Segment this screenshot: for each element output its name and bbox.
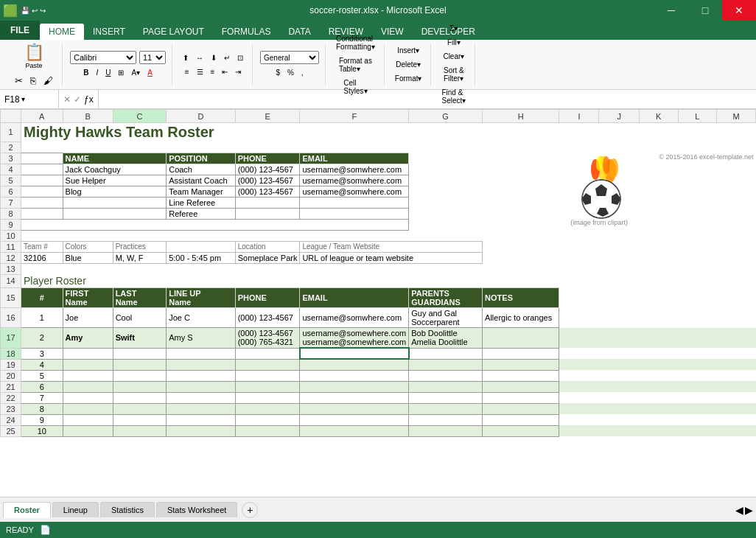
align-right-btn[interactable]: ≡ bbox=[208, 66, 218, 77]
fill-btn[interactable]: Fill▾ bbox=[444, 37, 463, 48]
staff-email-4[interactable] bbox=[300, 197, 409, 208]
player-notes-4[interactable] bbox=[483, 359, 559, 370]
underline-btn[interactable]: U bbox=[102, 67, 113, 78]
format-cells-btn[interactable]: Format▾ bbox=[392, 73, 425, 84]
clear-btn[interactable]: Clear▾ bbox=[440, 51, 467, 62]
sheet-tab-statistics[interactable]: Statistics bbox=[100, 502, 155, 517]
player-first-2[interactable]: Amy bbox=[63, 328, 113, 349]
staff-phone-5[interactable] bbox=[235, 208, 300, 219]
player-lineup-3[interactable] bbox=[167, 348, 236, 359]
player-lineup-5[interactable] bbox=[167, 370, 236, 381]
player-phone-4[interactable] bbox=[235, 359, 300, 370]
font-size-selector[interactable]: 11 bbox=[139, 51, 166, 64]
col-header-e[interactable]: E bbox=[235, 110, 300, 123]
player-parents-2[interactable]: Bob DoolittleAmelia Doolittle bbox=[409, 328, 483, 349]
player-first-3[interactable] bbox=[63, 348, 113, 359]
player-notes-5[interactable] bbox=[483, 370, 559, 381]
team-val-website[interactable]: URL of league or team website bbox=[300, 252, 483, 263]
staff-phone-2[interactable]: (000) 123-4567 bbox=[235, 175, 300, 186]
data-tab[interactable]: DATA bbox=[279, 24, 319, 40]
staff-name-1[interactable]: Jack Coachguy bbox=[63, 164, 167, 175]
align-top-btn[interactable]: ⬆ bbox=[180, 52, 192, 63]
player-last-4[interactable] bbox=[113, 359, 167, 370]
player-email-2[interactable]: username@somewhere.comusername@somewhere… bbox=[300, 328, 409, 349]
indent-inc-btn[interactable]: ⇥ bbox=[232, 66, 244, 77]
align-middle-btn[interactable]: ↔ bbox=[193, 52, 206, 63]
number-format-selector[interactable]: General bbox=[260, 51, 319, 64]
staff-phone-3[interactable]: (000) 123-4567 bbox=[235, 186, 300, 197]
file-tab[interactable]: FILE bbox=[0, 21, 40, 40]
scroll-right-btn[interactable]: ▶ bbox=[745, 504, 753, 516]
staff-pos-5[interactable]: Referee bbox=[167, 208, 236, 219]
player-lineup-1[interactable]: Joe C bbox=[167, 308, 236, 328]
player-last-2[interactable]: Swift bbox=[113, 328, 167, 349]
player-first-6[interactable] bbox=[63, 381, 113, 392]
player-num-7[interactable]: 7 bbox=[21, 392, 63, 403]
player-parents-10[interactable] bbox=[409, 425, 483, 436]
player-parents-5[interactable] bbox=[409, 370, 483, 381]
confirm-formula-icon[interactable]: ✓ bbox=[74, 94, 81, 105]
staff-name-3[interactable]: Blog bbox=[63, 186, 167, 197]
col-header-d[interactable]: D bbox=[167, 110, 236, 123]
player-last-9[interactable] bbox=[113, 414, 167, 425]
find-select-btn[interactable]: Find &Select▾ bbox=[438, 87, 469, 106]
sort-filter-btn[interactable]: Sort &Filter▾ bbox=[441, 65, 467, 84]
maximize-btn[interactable]: □ bbox=[688, 0, 722, 21]
player-phone-10[interactable] bbox=[235, 425, 300, 436]
player-lineup-4[interactable] bbox=[167, 359, 236, 370]
insert-function-icon[interactable]: ƒx bbox=[84, 94, 94, 105]
cell-ref-box[interactable]: F18 ▾ bbox=[0, 90, 59, 108]
player-phone-5[interactable] bbox=[235, 370, 300, 381]
col-header-j[interactable]: J bbox=[599, 110, 639, 123]
staff-name-5[interactable] bbox=[63, 208, 167, 219]
team-val-practices[interactable]: M, W, F bbox=[113, 252, 167, 263]
team-val-num[interactable]: 32106 bbox=[21, 252, 63, 263]
indent-dec-btn[interactable]: ⇤ bbox=[219, 66, 231, 77]
format-painter-btn[interactable]: 🖌 bbox=[41, 74, 56, 88]
player-lineup-2[interactable]: Amy S bbox=[167, 328, 236, 349]
col-header-m[interactable]: M bbox=[716, 110, 755, 123]
cell-styles-btn[interactable]: CellStyles▾ bbox=[340, 77, 370, 97]
player-last-1[interactable]: Cool bbox=[113, 308, 167, 328]
col-header-c[interactable]: C bbox=[113, 110, 167, 123]
player-first-7[interactable] bbox=[63, 392, 113, 403]
col-header-i[interactable]: I bbox=[559, 110, 599, 123]
sheet-tab-stats-worksheet[interactable]: Stats Worksheet bbox=[156, 502, 238, 517]
player-email-4[interactable] bbox=[300, 359, 409, 370]
player-num-6[interactable]: 6 bbox=[21, 381, 63, 392]
bold-btn[interactable]: B bbox=[80, 67, 91, 78]
player-parents-7[interactable] bbox=[409, 392, 483, 403]
player-phone-9[interactable] bbox=[235, 414, 300, 425]
col-header-b[interactable]: B bbox=[63, 110, 113, 123]
page-layout-tab[interactable]: PAGE LAYOUT bbox=[134, 24, 213, 40]
cut-btn[interactable]: ✂ bbox=[12, 74, 26, 88]
player-parents-9[interactable] bbox=[409, 414, 483, 425]
player-email-9[interactable] bbox=[300, 414, 409, 425]
staff-email-5[interactable] bbox=[300, 208, 409, 219]
format-table-btn[interactable]: Format asTable▾ bbox=[336, 55, 375, 74]
player-num-3[interactable]: 3 bbox=[21, 348, 63, 359]
player-last-10[interactable] bbox=[113, 425, 167, 436]
player-num-1[interactable]: 1 bbox=[21, 308, 63, 328]
player-first-9[interactable] bbox=[63, 414, 113, 425]
conditional-format-btn[interactable]: ConditionalFormatting▾ bbox=[333, 33, 378, 52]
player-parents-6[interactable] bbox=[409, 381, 483, 392]
player-lineup-8[interactable] bbox=[167, 403, 236, 414]
staff-email-3[interactable]: username@somwhere.com bbox=[300, 186, 409, 197]
view-tab[interactable]: VIEW bbox=[372, 24, 413, 40]
team-val-location[interactable]: Someplace Park bbox=[235, 252, 300, 263]
player-notes-10[interactable] bbox=[483, 425, 559, 436]
player-last-5[interactable] bbox=[113, 370, 167, 381]
player-lineup-7[interactable] bbox=[167, 392, 236, 403]
staff-pos-3[interactable]: Team Manager bbox=[167, 186, 236, 197]
scroll-left-btn[interactable]: ◀ bbox=[735, 504, 743, 516]
player-num-2[interactable]: 2 bbox=[21, 328, 63, 349]
col-header-a[interactable]: A bbox=[21, 110, 63, 123]
close-btn[interactable]: ✕ bbox=[722, 0, 756, 21]
player-phone-2[interactable]: (000) 123-4567(000) 765-4321 bbox=[235, 328, 300, 349]
col-header-f[interactable]: F bbox=[300, 110, 409, 123]
player-notes-6[interactable] bbox=[483, 381, 559, 392]
player-email-5[interactable] bbox=[300, 370, 409, 381]
add-sheet-btn[interactable]: + bbox=[242, 502, 258, 518]
italic-btn[interactable]: I bbox=[93, 67, 101, 78]
